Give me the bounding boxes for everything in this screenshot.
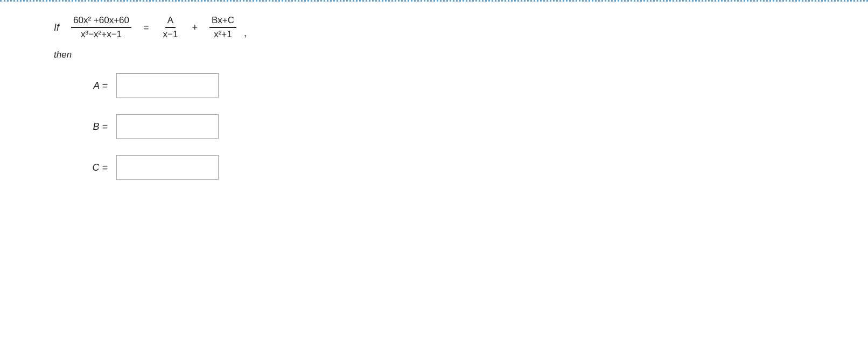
input-c[interactable] — [116, 155, 219, 180]
fraction-a-numerator: A — [165, 15, 176, 28]
fraction-bc-denominator: x²+1 — [212, 28, 234, 40]
main-fraction: 60x² +60x+60 x³−x²+x−1 — [71, 15, 131, 40]
var-label-a: A = — [86, 80, 108, 92]
fraction-bc-numerator: Bx+C — [209, 15, 236, 28]
comma: , — [244, 27, 247, 39]
plus-sign: + — [192, 22, 198, 33]
top-border — [0, 0, 868, 3]
answer-row-c: C = — [86, 155, 814, 180]
equals-sign: = — [143, 22, 149, 33]
main-fraction-numerator: 60x² +60x+60 — [71, 15, 131, 28]
input-a[interactable] — [116, 73, 219, 98]
answer-row-b: B = — [86, 114, 814, 139]
answer-row-a: A = — [86, 73, 814, 98]
fraction-bc: Bx+C x²+1 — [209, 15, 236, 40]
equation-row: If 60x² +60x+60 x³−x²+x−1 = A x−1 + Bx+C… — [54, 15, 814, 40]
var-label-c: C = — [86, 162, 108, 173]
answer-rows: A = B = C = — [86, 73, 814, 180]
then-label: then — [54, 50, 814, 60]
input-b[interactable] — [116, 114, 219, 139]
main-fraction-denominator: x³−x²+x−1 — [79, 28, 124, 40]
fraction-a-denominator: x−1 — [161, 28, 180, 40]
var-label-b: B = — [86, 121, 108, 132]
if-label: If — [54, 22, 59, 33]
fraction-a: A x−1 — [161, 15, 180, 40]
